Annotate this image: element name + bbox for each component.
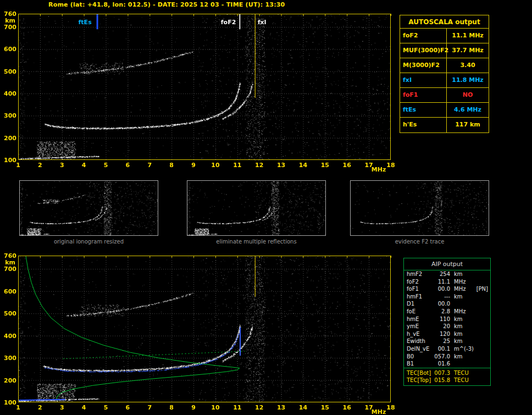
autoscala-row-label: foF1 (400, 88, 447, 102)
aip-value: 00.0 (433, 300, 450, 308)
autoscala-row-fof1: foF1NO (400, 88, 489, 103)
aip-output-panel: AIP output hmF2254kmfoF211.1MHzfoF100.0M… (403, 258, 491, 386)
aip-note (471, 270, 490, 278)
aip-row-fof1: foF100.0MHz[PN] (404, 285, 490, 293)
aip-row-b0: B0057.0km (404, 353, 490, 361)
aip-note (471, 278, 490, 286)
aip-note: [PN] (471, 285, 490, 293)
aip-label: Ewidth (404, 337, 433, 345)
aip-row-h-ve: h_vE120km (404, 330, 490, 338)
thumbnail-caption-f2: evidence F2 trace (350, 239, 489, 245)
autoscala-row-muf-3000-f2: MUF(3000)F237.7 MHz (400, 43, 489, 58)
profile-canvas (3, 252, 396, 414)
aip-panel-title: AIP output (404, 258, 490, 270)
thumbnail-caption-reflections: eliminate multiple reflections (187, 239, 326, 245)
aip-note (471, 300, 490, 308)
aip-unit: km (450, 323, 471, 330)
thumbnail-original-canvas (20, 181, 158, 235)
aip-value: 25 (433, 337, 450, 345)
autoscala-row-h-es: h'Es117 km (400, 118, 489, 132)
aip-unit: TECU (450, 369, 471, 377)
aip-value: --- (433, 293, 450, 301)
aip-unit: km (450, 316, 471, 323)
thumbnail-f2-trace-canvas (351, 181, 489, 235)
aip-value: 01.6 (433, 360, 450, 368)
autoscala-row-value: 4.6 MHz (447, 103, 489, 117)
thumbnail-original-ionogram (19, 180, 158, 236)
ionogram-main-chart (3, 9, 396, 174)
aip-row-fof2: foF211.1MHz (404, 278, 490, 286)
aip-note (471, 369, 490, 377)
aip-label: foF1 (404, 285, 433, 293)
aip-note (471, 316, 490, 323)
profile-chart (3, 252, 396, 414)
aip-label: foE (404, 308, 433, 316)
autoscala-row-fof2: foF211.1 MHz (400, 29, 489, 43)
aip-label: hmE (404, 316, 433, 323)
aip-row-tec-bot-: TEC[Bot]007.3TECU (404, 369, 490, 377)
aip-row-b1: B101.6 (404, 360, 490, 368)
aip-unit: km (450, 337, 471, 345)
aip-row-hmf1: hmF1---km (404, 293, 490, 301)
thumbnail-multiple-reflections (187, 180, 326, 236)
aip-unit: km (450, 270, 471, 278)
aip-row-hmf2: hmF2254km (404, 270, 490, 278)
aip-tec-section: TEC[Bot]007.3TECUTEC[Top]015.8TECU (404, 368, 490, 385)
aip-value: 254 (433, 270, 450, 278)
thumbnail-multiple-reflections-canvas (187, 181, 325, 235)
aip-value: 00.1 (433, 345, 450, 353)
aip-row-deln-ve: DelN_vE00.1m^(-3) (404, 345, 490, 353)
aip-label: B1 (404, 360, 433, 368)
autoscala-row-label: h'Es (400, 118, 447, 132)
aip-value: 00.0 (433, 285, 450, 293)
autoscala-table: foF211.1 MHzMUF(3000)F237.7 MHzM(3000)F2… (400, 29, 489, 132)
aip-row-hme: hmE110km (404, 316, 490, 323)
aip-label: DelN_vE (404, 345, 433, 353)
aip-value: 11.1 (433, 278, 450, 286)
aip-row-d1: D100.0 (404, 300, 490, 308)
aip-value: 2.8 (433, 308, 450, 316)
aip-label: foF2 (404, 278, 433, 286)
aip-note (471, 353, 490, 361)
autoscala-row-label: MUF(3000)F2 (400, 43, 447, 58)
thumbnail-f2-trace (350, 180, 489, 236)
aip-note (471, 345, 490, 353)
autoscala-row-value: 117 km (447, 118, 489, 132)
aip-unit: km (450, 330, 471, 338)
autoscala-panel-title: AUTOSCALA output (400, 15, 489, 29)
autoscala-row-label: foF2 (400, 29, 447, 43)
aip-row-yme: ymE20km (404, 323, 490, 330)
aip-value: 057.0 (433, 353, 450, 361)
autoscala-row-label: fxI (400, 73, 447, 87)
ionogram-main-canvas (3, 9, 396, 174)
aip-value: 015.8 (433, 377, 450, 384)
aip-row-tec-top-: TEC[Top]015.8TECU (404, 377, 490, 384)
autoscala-row-ftes: ftEs4.6 MHz (400, 103, 489, 118)
aip-table: hmF2254kmfoF211.1MHzfoF100.0MHz[PN]hmF1-… (404, 270, 490, 368)
autoscala-row-fxi: fxI11.8 MHz (400, 73, 489, 88)
aip-unit (450, 360, 471, 368)
aip-row-ewidth: Ewidth25km (404, 337, 490, 345)
aip-note (471, 293, 490, 301)
aip-unit: km (450, 353, 471, 361)
aip-unit: MHz (450, 278, 471, 286)
autoscala-row-value: 11.8 MHz (447, 73, 489, 87)
aip-label: B0 (404, 353, 433, 361)
aip-note (471, 337, 490, 345)
aip-label: hmF1 (404, 293, 433, 301)
aip-unit: TECU (450, 377, 471, 384)
aip-unit: MHz (450, 308, 471, 316)
aip-unit: km (450, 293, 471, 301)
aip-value: 110 (433, 316, 450, 323)
autoscala-row-label: M(3000)F2 (400, 58, 447, 73)
aip-label: D1 (404, 300, 433, 308)
aip-label: TEC[Bot] (404, 369, 433, 377)
autoscala-row-label: ftEs (400, 103, 447, 117)
aip-note (471, 323, 490, 330)
autoscala-app-window: Rome (lat: +41.8, lon: 012.5) - DATE: 20… (0, 0, 532, 415)
aip-value: 20 (433, 323, 450, 330)
autoscala-row-m-3000-f2: M(3000)F23.40 (400, 58, 489, 73)
aip-note (471, 377, 490, 384)
aip-unit (450, 300, 471, 308)
aip-label: h_vE (404, 330, 433, 338)
